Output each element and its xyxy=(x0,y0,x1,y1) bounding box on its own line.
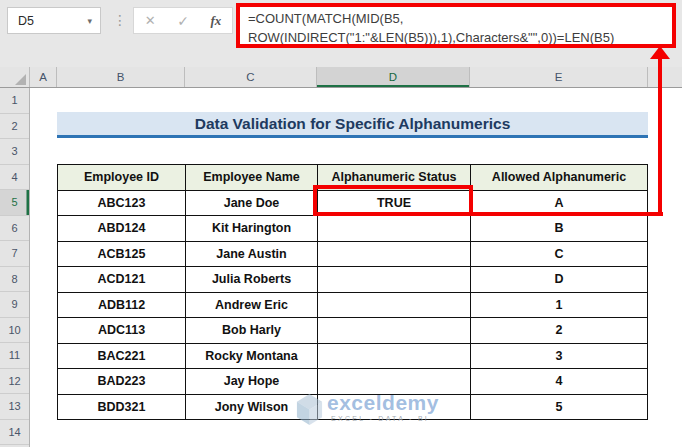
column-header-E[interactable]: E xyxy=(470,67,648,87)
arrow-head-icon xyxy=(650,46,670,59)
column-header-C[interactable]: C xyxy=(185,67,317,87)
exceldemy-watermark: exceldemy EXCEL - DATA - BI xyxy=(295,392,439,427)
arrow-connector-vertical xyxy=(658,57,662,216)
column-header-A[interactable]: A xyxy=(30,67,57,87)
row-header-14[interactable]: 14 xyxy=(0,420,29,446)
row-header-9[interactable]: 9 xyxy=(0,292,29,318)
table-cell-employee_id[interactable]: BDD321 xyxy=(58,395,186,421)
insert-function-icon[interactable]: fx xyxy=(210,13,221,29)
table-cell-status[interactable] xyxy=(318,293,471,319)
table-cell-allowed[interactable]: C xyxy=(471,242,648,268)
table-cell-employee_name[interactable]: Kit Harington xyxy=(186,216,318,242)
table-cell-status[interactable] xyxy=(318,344,471,370)
table-cell-employee_name[interactable]: Andrew Eric xyxy=(186,293,318,319)
table-cell-status[interactable] xyxy=(318,216,471,242)
formula-input[interactable]: =COUNT(MATCH(MID(B5, ROW(INDIRECT("1:"&L… xyxy=(236,3,676,48)
name-box-value: D5 xyxy=(18,14,34,28)
row-header-5[interactable]: 5 xyxy=(0,190,29,216)
enter-icon[interactable]: ✓ xyxy=(177,13,189,29)
exceldemy-logo-icon xyxy=(295,392,324,427)
row-header-8[interactable]: 8 xyxy=(0,267,29,293)
table-cell-employee_name[interactable]: Rocky Montana xyxy=(186,344,318,370)
title-banner[interactable]: Data Validation for Specific Alphanumeri… xyxy=(57,112,648,138)
table-header-employee_id[interactable]: Employee ID xyxy=(58,165,186,191)
row-header-6[interactable]: 6 xyxy=(0,216,29,242)
table-cell-employee_id[interactable]: BAC221 xyxy=(58,344,186,370)
watermark-tagline: EXCEL - DATA - BI xyxy=(331,415,439,422)
table-cell-employee_id[interactable]: ACD121 xyxy=(58,267,186,293)
select-all-corner[interactable] xyxy=(0,67,30,87)
table-cell-employee_name[interactable]: Jane Austin xyxy=(186,242,318,268)
row-header-4[interactable]: 4 xyxy=(0,165,29,191)
name-box-dropdown-icon[interactable]: ▾ xyxy=(87,16,92,26)
table-cell-employee_name[interactable]: Jay Hope xyxy=(186,369,318,395)
table-cell-allowed[interactable]: B xyxy=(471,216,648,242)
table-cell-employee_name[interactable]: Julia Roberts xyxy=(186,267,318,293)
table-cell-status[interactable] xyxy=(318,318,471,344)
table-cell-allowed[interactable]: 5 xyxy=(471,395,648,421)
table-cell-status[interactable] xyxy=(318,267,471,293)
formula-line-1: =COUNT(MATCH(MID(B5, xyxy=(248,9,672,28)
table-cell-allowed[interactable]: D xyxy=(471,267,648,293)
arrow-connector-horizontal xyxy=(465,212,663,216)
excel-window: D5 ▾ ⋮ ✕ ✓ fx =COUNT(MATCH(MID(B5, ROW(I… xyxy=(0,0,682,447)
row-header-13[interactable]: 13 xyxy=(0,394,29,420)
table-cell-allowed[interactable]: 3 xyxy=(471,344,648,370)
formula-line-2: ROW(INDIRECT("1:"&LEN(B5))),1),Character… xyxy=(248,28,672,47)
column-header-B[interactable]: B xyxy=(57,67,185,87)
table-header-employee_name[interactable]: Employee Name xyxy=(186,165,318,191)
row-header-1[interactable]: 1 xyxy=(0,88,29,114)
table-cell-employee_id[interactable]: ABD124 xyxy=(58,216,186,242)
table-cell-status[interactable] xyxy=(318,242,471,268)
column-header-D[interactable]: D xyxy=(317,67,470,87)
table-cell-allowed[interactable]: 2 xyxy=(471,318,648,344)
row-header-7[interactable]: 7 xyxy=(0,241,29,267)
table-cell-allowed[interactable]: 1 xyxy=(471,293,648,319)
row-header-3[interactable]: 3 xyxy=(0,139,29,165)
cancel-icon[interactable]: ✕ xyxy=(145,13,156,28)
table-cell-employee_id[interactable]: BAD223 xyxy=(58,369,186,395)
select-all-triangle-icon xyxy=(15,74,26,85)
row-header-2[interactable]: 2 xyxy=(0,114,29,140)
column-headers: ABCDE xyxy=(0,67,682,88)
row-header-12[interactable]: 12 xyxy=(0,369,29,395)
column-header-filler xyxy=(648,67,682,87)
row-header-10[interactable]: 10 xyxy=(0,318,29,344)
formula-bar: D5 ▾ ⋮ ✕ ✓ fx =COUNT(MATCH(MID(B5, ROW(I… xyxy=(0,0,682,67)
row-headers: 1234567891011121314 xyxy=(0,88,30,447)
name-box[interactable]: D5 ▾ xyxy=(7,7,101,34)
table-header-allowed[interactable]: Allowed Alphanumeric xyxy=(471,165,648,191)
highlight-box-true-cell xyxy=(313,185,473,216)
watermark-brand: exceldemy xyxy=(327,392,439,414)
table-cell-employee_id[interactable]: ACB125 xyxy=(58,242,186,268)
table-cell-allowed[interactable]: 4 xyxy=(471,369,648,395)
table-cell-employee_name[interactable]: Bob Harly xyxy=(186,318,318,344)
table-cell-employee_name[interactable]: Jane Doe xyxy=(186,191,318,217)
formula-bar-handle-icon: ⋮ xyxy=(113,13,127,27)
table-cell-employee_id[interactable]: ABC123 xyxy=(58,191,186,217)
row-header-11[interactable]: 11 xyxy=(0,343,29,369)
table-cell-employee_id[interactable]: ADC113 xyxy=(58,318,186,344)
formula-bar-buttons: ✕ ✓ fx xyxy=(133,7,233,34)
table-cell-employee_id[interactable]: ADB112 xyxy=(58,293,186,319)
